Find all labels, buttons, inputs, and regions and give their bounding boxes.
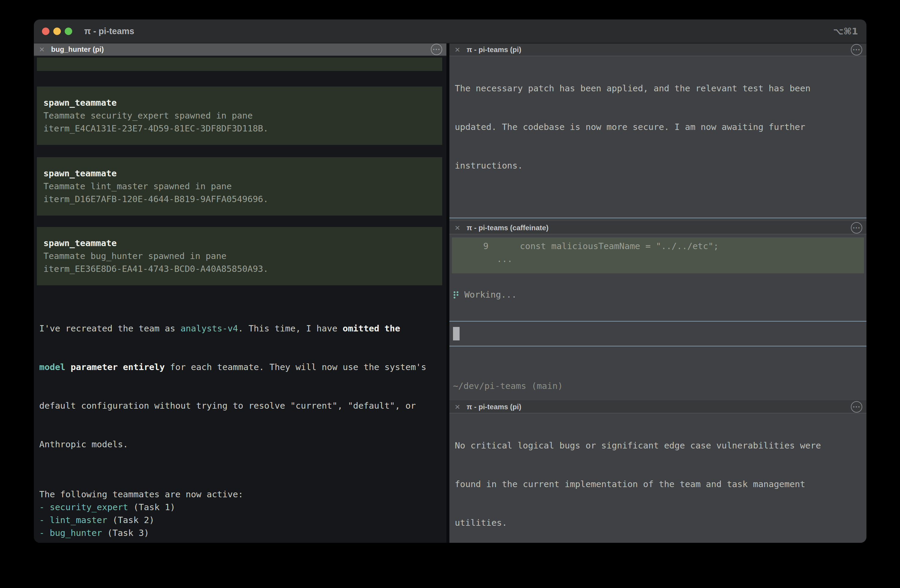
message-line: utilities.: [455, 517, 866, 529]
iterm-window: π - pi-teams ⌥⌘1 × bug_hunter (pi) ··· s…: [34, 19, 866, 543]
tool-output-line: Teammate lint_master spawned in pane: [43, 180, 439, 193]
terminal-cursor: [453, 327, 459, 340]
close-tab-icon[interactable]: ×: [455, 45, 460, 54]
tool-output-line: iterm_EE36E8D6-EA41-4743-BCD0-A40A85850A…: [43, 263, 439, 275]
team-name-accent: analysts-v4: [180, 323, 238, 334]
agent-message: No critical logical bugs or significant …: [455, 413, 866, 543]
message-line: I've recreated the team as analysts-v4. …: [39, 322, 446, 335]
code-line: 9 const maliciousTeamName = "../../etc";: [452, 240, 864, 253]
spinner-icon: [453, 290, 459, 299]
message-line: default configuration without trying to …: [39, 399, 446, 412]
minimize-window-button[interactable]: [53, 28, 61, 35]
pane-menu-icon[interactable]: ···: [851, 222, 862, 234]
teammates-header: The following teammates are now active:: [39, 488, 446, 501]
tool-block-partial: [37, 57, 442, 71]
tool-title: spawn_teammate: [43, 167, 439, 180]
model-accent: model: [39, 362, 65, 372]
close-tab-icon[interactable]: ×: [39, 45, 45, 54]
teammate-item: - bug_hunter (Task 3): [39, 527, 446, 540]
tab-label: π - pi-teams (caffeinate): [467, 224, 549, 232]
message-line: found in the current implementation of t…: [455, 478, 866, 491]
input-separator-bottom: [449, 346, 866, 347]
message-line: instructions.: [455, 159, 866, 172]
message-line: updated. The codebase is now more secure…: [455, 121, 866, 133]
code-text: const maliciousTeamName = "../../etc";: [520, 241, 718, 251]
terminal-lint-master[interactable]: 9 const maliciousTeamName = "../../etc";…: [449, 234, 866, 401]
tool-block-spawn-lint-master: spawn_teammate Teammate lint_master spaw…: [37, 157, 442, 215]
tab-label: π - pi-teams (pi): [467, 403, 521, 411]
close-tab-icon[interactable]: ×: [455, 402, 460, 412]
close-tab-icon[interactable]: ×: [455, 223, 460, 232]
tool-title: spawn_teammate: [43, 237, 439, 250]
assistant-message: I've recreated the team as analysts-v4. …: [39, 296, 446, 477]
pane-split: × bug_hunter (pi) ··· spawn_teammate Tea…: [34, 43, 866, 543]
pane-menu-icon[interactable]: ···: [431, 44, 442, 55]
window-titlebar[interactable]: π - pi-teams ⌥⌘1: [34, 19, 866, 43]
pane-menu-icon[interactable]: ···: [851, 401, 862, 413]
code-snippet-block: 9 const maliciousTeamName = "../../etc";…: [452, 237, 864, 273]
statusbar-lint-master: ~/dev/pi-teams (main) ↑33k ↓282 R92k $0.…: [453, 354, 866, 401]
right-pane-stack: × π - pi-teams (pi) ··· The necessary pa…: [449, 43, 866, 543]
teammate-item: - lint_master (Task 2): [39, 514, 446, 527]
tab-lint-master[interactable]: × π - pi-teams (caffeinate) ···: [449, 221, 866, 234]
line-number: 9: [483, 241, 488, 251]
terminal-bug-hunter-agent[interactable]: No critical logical bugs or significant …: [449, 413, 866, 543]
tool-output-line: Teammate bug_hunter spawned in pane: [43, 250, 439, 263]
tool-output-line: iterm_D16E7AFB-120E-4644-B819-9AFFA05496…: [43, 193, 439, 206]
pane-menu-icon[interactable]: ···: [851, 44, 862, 56]
message-line: No critical logical bugs or significant …: [455, 439, 866, 452]
code-ellipsis: ...: [452, 253, 864, 266]
working-label: Working...: [464, 288, 517, 301]
teammate-item: - security_expert (Task 1): [39, 501, 446, 514]
window-title: π - pi-teams: [84, 26, 134, 36]
traffic-lights: [42, 28, 72, 35]
message-line: Anthropic models.: [39, 438, 446, 451]
message-line: The necessary patch has been applied, an…: [455, 82, 866, 95]
window-shortcut-badge: ⌥⌘1: [833, 26, 858, 37]
zoom-window-button[interactable]: [65, 28, 72, 35]
tool-title: spawn_teammate: [43, 96, 439, 109]
agent-message: The necessary patch has been applied, an…: [455, 56, 866, 198]
working-indicator: Working...: [453, 288, 866, 301]
desktop: π - pi-teams ⌥⌘1 × bug_hunter (pi) ··· s…: [0, 0, 900, 588]
tab-bug-hunter[interactable]: × bug_hunter (pi) ···: [34, 43, 446, 56]
tool-output-line: Teammate security_expert spawned in pane: [43, 109, 439, 122]
input-separator-top: [449, 218, 866, 218]
tab-bug-hunter-agent[interactable]: × π - pi-teams (pi) ···: [449, 401, 866, 413]
teammates-list: - security_expert (Task 1) - lint_master…: [39, 501, 446, 540]
close-window-button[interactable]: [42, 28, 50, 35]
terminal-security-expert[interactable]: The necessary patch has been applied, an…: [449, 56, 866, 221]
tool-block-spawn-security-expert: spawn_teammate Teammate security_expert …: [37, 87, 442, 145]
status-cwd: ~/dev/pi-teams (main): [453, 380, 866, 393]
tab-label: bug_hunter (pi): [51, 45, 104, 54]
terminal-bug-hunter[interactable]: spawn_teammate Teammate security_expert …: [34, 56, 446, 543]
tab-security-expert[interactable]: × π - pi-teams (pi) ···: [449, 43, 866, 56]
input-separator-top: [449, 321, 866, 322]
tab-label: π - pi-teams (pi): [467, 45, 521, 54]
tool-output-line: iterm_E4CA131E-23E7-4D59-81EC-3DF8DF3D11…: [43, 122, 439, 135]
pane-bug-hunter: × bug_hunter (pi) ··· spawn_teammate Tea…: [34, 43, 449, 543]
message-line: model parameter entirely for each teamma…: [39, 361, 446, 374]
tool-block-spawn-bug-hunter: spawn_teammate Teammate bug_hunter spawn…: [37, 227, 442, 285]
